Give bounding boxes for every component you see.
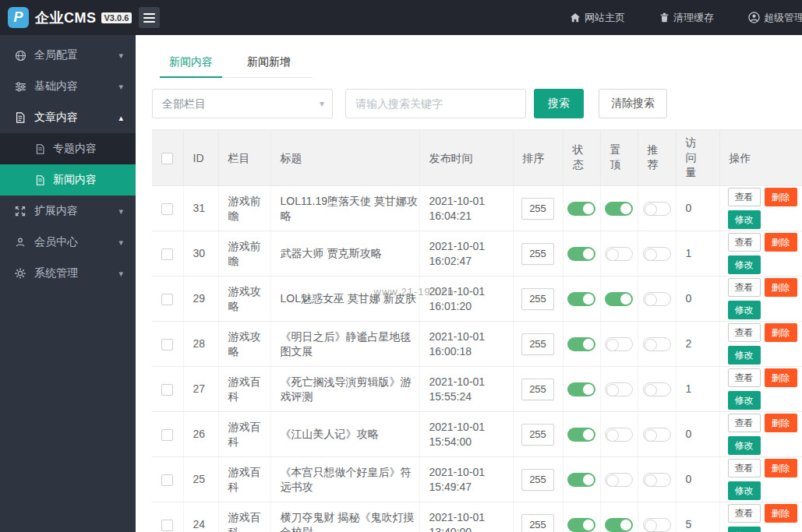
row-checkbox[interactable] xyxy=(161,339,173,351)
status-toggle[interactable] xyxy=(567,247,595,261)
clear-search-button[interactable]: 清除搜索 xyxy=(599,89,667,118)
status-toggle[interactable] xyxy=(567,337,595,351)
status-toggle[interactable] xyxy=(567,382,595,396)
sidebar-item-news-content[interactable]: 新闻内容 xyxy=(0,164,136,196)
row-checkbox[interactable] xyxy=(161,294,173,305)
edit-button[interactable]: 修改 xyxy=(728,527,761,532)
nav-admin-user[interactable]: 超级管理员 xyxy=(748,11,802,25)
recommend-toggle[interactable] xyxy=(643,428,671,442)
nav-site-home[interactable]: 网站主页 xyxy=(570,11,625,25)
status-toggle[interactable] xyxy=(567,428,595,442)
sort-input[interactable] xyxy=(521,469,554,491)
select-all-checkbox[interactable] xyxy=(161,153,173,164)
status-toggle[interactable] xyxy=(567,518,595,532)
document-icon xyxy=(34,175,46,185)
row-checkbox[interactable] xyxy=(161,248,173,260)
top-toggle[interactable] xyxy=(605,202,633,216)
recommend-toggle[interactable] xyxy=(643,337,671,351)
row-title: 《死亡搁浅导演剪辑版》游戏评测 xyxy=(281,375,412,403)
document-icon xyxy=(34,144,46,154)
recommend-toggle[interactable] xyxy=(643,473,671,487)
delete-button[interactable]: 删除 xyxy=(765,459,797,477)
sidebar-item-member-center[interactable]: 会员中心 ▾ xyxy=(0,227,136,258)
row-checkbox[interactable] xyxy=(161,203,173,215)
view-button[interactable]: 查看 xyxy=(728,323,761,342)
search-button[interactable]: 搜索 xyxy=(534,89,584,118)
recommend-toggle[interactable] xyxy=(643,292,671,306)
row-visits: 0 xyxy=(676,412,719,457)
view-button[interactable]: 查看 xyxy=(728,504,761,523)
row-date: 2021-10-01 16:01:20 xyxy=(419,277,513,322)
row-id: 27 xyxy=(183,367,218,412)
tab-news-content[interactable]: 新闻内容 xyxy=(160,52,222,77)
sidebar-item-basic-content[interactable]: 基础内容 ▾ xyxy=(0,71,136,102)
top-toggle[interactable] xyxy=(605,382,633,396)
row-actions: 查看 删除 修改 xyxy=(728,188,802,229)
delete-button[interactable]: 删除 xyxy=(765,188,797,206)
delete-button[interactable]: 删除 xyxy=(765,414,797,432)
recommend-toggle[interactable] xyxy=(643,247,671,261)
recommend-toggle[interactable] xyxy=(643,518,671,532)
top-toggle[interactable] xyxy=(605,518,633,532)
nav-clear-cache[interactable]: 清理缓存 xyxy=(659,11,714,25)
row-checkbox[interactable] xyxy=(161,429,173,441)
edit-button[interactable]: 修改 xyxy=(728,391,761,410)
sort-input[interactable] xyxy=(521,198,554,220)
edit-button[interactable]: 修改 xyxy=(728,210,761,229)
view-button[interactable]: 查看 xyxy=(728,188,761,206)
top-toggle[interactable] xyxy=(605,428,633,442)
sidebar-item-label: 新闻内容 xyxy=(53,173,97,187)
edit-button[interactable]: 修改 xyxy=(728,255,761,274)
sidebar-item-article-content[interactable]: 文章内容 ▴ xyxy=(0,102,136,133)
recommend-toggle[interactable] xyxy=(643,382,671,396)
sort-input[interactable] xyxy=(521,424,554,446)
delete-button[interactable]: 删除 xyxy=(765,504,797,523)
table-row: 25 游戏百科 《本宫只想做个好皇后》符远书攻 2021-10-01 15:49… xyxy=(152,457,802,502)
row-checkbox[interactable] xyxy=(161,474,173,486)
view-button[interactable]: 查看 xyxy=(728,459,761,477)
menu-toggle-button[interactable] xyxy=(139,7,160,28)
edit-button[interactable]: 修改 xyxy=(728,346,761,365)
edit-button[interactable]: 修改 xyxy=(728,481,761,500)
sidebar-item-global-config[interactable]: 全局配置 ▾ xyxy=(0,40,136,71)
document-icon xyxy=(14,112,26,123)
delete-button[interactable]: 删除 xyxy=(765,278,797,297)
recommend-toggle[interactable] xyxy=(643,202,671,216)
row-category: 游戏前瞻 xyxy=(218,186,270,231)
row-checkbox[interactable] xyxy=(161,520,173,531)
sort-input[interactable] xyxy=(521,379,554,400)
status-toggle[interactable] xyxy=(567,473,595,487)
sort-input[interactable] xyxy=(521,514,554,532)
table-row: 26 游戏百科 《江山美人记》攻略 2021-10-01 15:54:00 0 … xyxy=(152,412,802,457)
sort-input[interactable] xyxy=(521,288,554,310)
sidebar-item-extend-content[interactable]: 扩展内容 ▾ xyxy=(0,196,136,227)
sidebar-item-topic-content[interactable]: 专题内容 xyxy=(0,133,136,164)
status-toggle[interactable] xyxy=(567,292,595,306)
search-input[interactable] xyxy=(345,89,526,118)
gear-icon xyxy=(14,268,26,279)
delete-button[interactable]: 删除 xyxy=(765,368,797,387)
sidebar-item-label: 专题内容 xyxy=(53,142,97,156)
sidebar-item-system-manage[interactable]: 系统管理 ▾ xyxy=(0,258,136,289)
category-select[interactable]: 全部栏目 ▾ xyxy=(152,89,333,118)
view-button[interactable]: 查看 xyxy=(728,278,761,297)
view-button[interactable]: 查看 xyxy=(728,233,761,252)
top-toggle[interactable] xyxy=(605,473,633,487)
edit-button[interactable]: 修改 xyxy=(728,301,761,319)
tab-news-add[interactable]: 新闻新增 xyxy=(238,52,300,77)
sort-input[interactable] xyxy=(521,243,554,265)
status-toggle[interactable] xyxy=(567,202,595,216)
sort-input[interactable] xyxy=(521,333,554,355)
chevron-down-icon: ▾ xyxy=(118,206,123,217)
row-checkbox[interactable] xyxy=(161,384,173,396)
delete-button[interactable]: 删除 xyxy=(765,233,797,252)
row-id: 25 xyxy=(183,457,218,502)
row-visits: 1 xyxy=(676,231,719,277)
edit-button[interactable]: 修改 xyxy=(728,436,761,455)
view-button[interactable]: 查看 xyxy=(728,414,761,432)
top-toggle[interactable] xyxy=(605,292,633,306)
top-toggle[interactable] xyxy=(605,247,633,261)
delete-button[interactable]: 删除 xyxy=(765,323,797,342)
view-button[interactable]: 查看 xyxy=(728,368,761,387)
top-toggle[interactable] xyxy=(605,337,633,351)
